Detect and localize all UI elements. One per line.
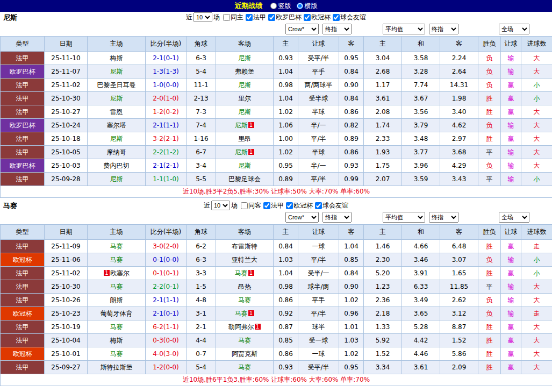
team-label: 尼斯 <box>238 54 251 62</box>
table-header-row: 类型日期主场比分(半场)角球客场主让球客主和客胜负让球进球数 <box>1 225 552 240</box>
ah-home-odds-cell: 1.02 <box>274 146 298 159</box>
scope-select[interactable]: 全场 <box>499 212 529 223</box>
eu-away-odds-cell: 1.52 <box>440 334 478 347</box>
goals-cell: 大 <box>521 159 552 173</box>
handicap-result-cell: 输 <box>501 52 521 65</box>
ah-line-cell: 平/半 <box>298 307 339 320</box>
team-label: 尼斯 <box>238 162 251 169</box>
ah-line-cell: 一球 <box>298 347 339 361</box>
corner-cell: 0-7 <box>187 347 216 361</box>
result-cell: 平 <box>478 173 501 186</box>
layout-radio-vertical[interactable]: 竖版 <box>270 2 291 11</box>
away-team-cell: 马赛 <box>216 334 274 347</box>
ah-home-odds-cell: 0.98 <box>274 280 298 294</box>
goals-cell: 小 <box>521 92 552 105</box>
handicap-result-cell: 赢 <box>501 334 521 347</box>
eu-away-odds-cell: 6.48 <box>440 240 478 253</box>
match-row: 法甲25-09-27斯特拉斯堡1-2(0-0)5-4马赛0.93受平/半0.95… <box>1 361 552 374</box>
eu-home-odds-cell: 1.74 <box>364 119 402 132</box>
column-header: 和 <box>402 37 440 52</box>
corner-cell: 5-4 <box>187 361 216 374</box>
team-label: 马赛 <box>238 337 251 344</box>
home-team-cell: 马赛 <box>88 320 146 334</box>
match-count-select[interactable]: 10 <box>193 12 212 22</box>
date-cell: 25-11-02 <box>45 79 88 92</box>
checkbox-input[interactable] <box>241 202 248 209</box>
home-team-cell: 斯特拉斯堡 <box>88 361 146 374</box>
filter-checkbox[interactable]: 同客 <box>239 201 261 210</box>
checkbox-input[interactable] <box>268 14 275 21</box>
europe-odds-select[interactable]: 平均值 <box>383 24 425 34</box>
handicap-result-cell: 输 <box>501 294 521 307</box>
filter-checkbox[interactable]: 法甲 <box>243 13 266 22</box>
europe-odds-select[interactable]: 平均值 <box>383 212 425 223</box>
league-cell: 欧罗巴杯 <box>1 65 45 79</box>
checkbox-input[interactable] <box>333 14 340 21</box>
ah-home-odds-cell: 0.86 <box>274 347 298 361</box>
filter-checkbox[interactable]: 欧罗巴杯 <box>266 13 302 22</box>
score-cell: 2-1(0-1) <box>146 52 187 65</box>
section-nice: 尼斯 近 10 场 同主法甲欧罗巴杯欧冠杯球会友谊 Crow* 终指 平均值 终… <box>0 12 552 198</box>
odds-source-select[interactable]: Crow* <box>285 24 319 34</box>
score-cell: 2-1(1-1) <box>146 294 187 307</box>
filter-checkbox[interactable]: 同主 <box>221 13 243 22</box>
away-team-cell: 里昂 <box>216 132 274 146</box>
handicap-result-cell: 输 <box>501 146 521 159</box>
match-row: 法甲25-09-28尼斯1-1(1-0)5-5巴黎足球会0.89平/半0.992… <box>1 173 552 186</box>
filter-checkbox[interactable]: 法甲 <box>261 201 284 210</box>
team-label: 马赛 <box>238 364 251 371</box>
filter-checkbox[interactable]: 球会友谊 <box>313 201 348 210</box>
odds-time-select[interactable]: 终指 <box>322 24 352 34</box>
checkbox-input[interactable] <box>315 202 322 209</box>
goals-cell: 大 <box>521 320 552 334</box>
ah-away-odds-cell: 1.02 <box>339 294 364 307</box>
radio-input[interactable] <box>297 3 303 9</box>
section-marseille: 马赛 近 10 场 同客法甲欧冠杯球会友谊 Crow* 终指 平均值 终指 全场… <box>0 200 552 386</box>
summary-row: 近10场,胜3平2负5,胜率:30% 让球率:50% 大率:70% 单率:60% <box>1 186 552 198</box>
team-label: 尼斯 <box>235 122 248 129</box>
odds-source-select[interactable]: Crow* <box>285 212 319 223</box>
scope-select[interactable]: 全场 <box>499 24 529 34</box>
checkbox-input[interactable] <box>263 202 270 209</box>
filter-checkbox[interactable]: 欧冠杯 <box>302 13 331 22</box>
layout-radio-horizontal[interactable]: 横版 <box>297 2 318 11</box>
match-count-select[interactable]: 10 <box>211 201 230 210</box>
corner-cell: 3-3 <box>187 267 216 280</box>
eu-away-odds-cell: 2.24 <box>440 52 478 65</box>
team-label: 马赛 <box>235 310 248 317</box>
goals-cell: 小 <box>521 173 552 186</box>
eu-home-odds-cell: 1.52 <box>364 347 402 361</box>
ah-away-odds-cell: 1.01 <box>339 320 364 334</box>
handicap-result-cell: 输 <box>501 65 521 79</box>
checkbox-input[interactable] <box>246 14 253 21</box>
handicap-result-cell: 赢 <box>501 132 521 146</box>
column-header: 进球数 <box>521 225 552 240</box>
eu-home-odds-cell: 1.17 <box>364 79 402 92</box>
league-cell: 欧冠杯 <box>1 253 45 267</box>
ah-line-cell: 平/半 <box>298 132 339 146</box>
near-label: 近 <box>186 13 192 22</box>
eu-home-odds-cell: 1.46 <box>364 240 402 253</box>
eu-away-odds-cell: 2.09 <box>440 361 478 374</box>
checkbox-input[interactable] <box>304 14 311 21</box>
goals-cell: 大 <box>521 52 552 65</box>
league-cell: 法甲 <box>1 173 45 186</box>
away-team-cell: 尼斯1 <box>216 119 274 132</box>
europe-time-select[interactable]: 终指 <box>429 212 458 223</box>
checkbox-input[interactable] <box>223 14 230 21</box>
checkbox-input[interactable] <box>286 202 293 209</box>
corner-cell: 7-4 <box>187 119 216 132</box>
ah-line-cell: 受一球 <box>298 334 339 347</box>
ah-line-cell: 一球 <box>298 240 339 253</box>
match-row: 欧冠杯25-10-01马赛4-0(3-0)0-7阿贾克斯0.86一球1.021.… <box>1 347 552 361</box>
radio-input[interactable] <box>270 3 277 9</box>
league-cell: 欧冠杯 <box>1 347 45 361</box>
date-cell: 25-09-28 <box>45 173 88 186</box>
league-cell: 法甲 <box>1 79 45 92</box>
filter-checkbox[interactable]: 球会友谊 <box>331 13 366 22</box>
europe-time-select[interactable]: 终指 <box>429 24 458 34</box>
red-card-badge: 1 <box>104 270 110 276</box>
filter-checkbox[interactable]: 欧冠杯 <box>284 201 313 210</box>
odds-time-select[interactable]: 终指 <box>322 212 352 223</box>
goals-cell: 大 <box>521 361 552 374</box>
